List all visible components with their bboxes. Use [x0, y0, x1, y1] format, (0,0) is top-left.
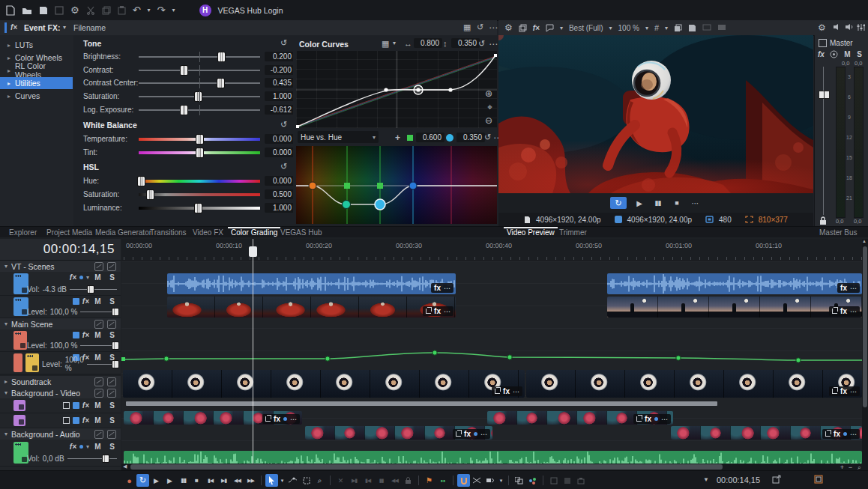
group-fx-bypass-icon[interactable]	[107, 430, 116, 439]
group-fx-bypass-icon[interactable]	[107, 320, 116, 329]
vol-slider[interactable]	[70, 285, 117, 294]
clip-crop-fx-badge[interactable]: fx⋯	[492, 386, 522, 396]
copy-icon[interactable]	[102, 6, 111, 15]
group-fx-mute-icon[interactable]	[94, 377, 103, 386]
mixer-sliders-icon[interactable]	[857, 23, 865, 31]
playhead-marker[interactable]	[249, 246, 257, 257]
open-project-icon[interactable]	[22, 6, 32, 15]
group-fx-mute-icon[interactable]	[94, 389, 103, 398]
curves-grid-dropdown-icon[interactable]: ▾	[393, 40, 396, 46]
tab-vegas-hub[interactable]: VEGAS Hub	[276, 227, 327, 238]
timeline-vscrollbar[interactable]: ▲	[862, 239, 868, 470]
curve-zoom-in-icon[interactable]: ⊕	[485, 88, 492, 99]
preview-more-button[interactable]: ⋯	[689, 197, 702, 210]
luminance-slider[interactable]	[139, 203, 260, 213]
hsl-saturation-slider[interactable]	[139, 189, 260, 200]
solo-button[interactable]: S	[106, 401, 118, 410]
compositing-icon[interactable]	[73, 402, 79, 409]
timecode-display-box[interactable]: 00:00:14,15	[0, 239, 121, 261]
contrast-center-slider[interactable]	[139, 78, 260, 88]
external-monitor-icon[interactable]	[702, 24, 711, 31]
h-range-value[interactable]: 0.800	[414, 38, 442, 48]
track-color-purple[interactable]	[13, 415, 25, 426]
clip-crop-fx-badge[interactable]: fx⋯	[822, 429, 860, 439]
level-value[interactable]: 100,0 %	[50, 341, 78, 350]
overlay-icon[interactable]	[519, 24, 527, 32]
crop-icon[interactable]	[636, 416, 642, 422]
timeline-lanes[interactable]: fx⋯ fx⋯ fx⋯ fx⋯	[121, 261, 862, 467]
track-color-green[interactable]	[13, 442, 28, 464]
sidebar-item-utilities[interactable]: ▸Utilities	[0, 77, 73, 89]
solo-button[interactable]: S	[106, 330, 118, 340]
vscroll-thumb[interactable]	[863, 246, 867, 407]
collapse-icon[interactable]: ▾	[4, 389, 7, 396]
timeline-hscrollbar[interactable]: ◀ + − ⌕	[121, 464, 862, 470]
sidebar-item-luts[interactable]: ▸LUTs	[0, 39, 73, 51]
contrast-center-value[interactable]: 0.435	[265, 78, 295, 88]
main-video-clip[interactable]: fx⋯	[123, 370, 525, 398]
track-header-main-v2[interactable]: f×MS Level:100,0 %	[0, 352, 121, 374]
lock-button[interactable]	[402, 474, 415, 487]
tab-explorer[interactable]: Explorer	[4, 227, 41, 238]
clip-fx-badge[interactable]: fx⋯	[837, 283, 860, 293]
curve-editor[interactable]: ⊕ ⌖ ⊖	[296, 51, 497, 128]
vegas-hub-icon[interactable]: H	[199, 4, 211, 16]
audio-clip[interactable]: fx⋯	[607, 273, 862, 294]
marker-flag-button[interactable]: ⚑	[423, 474, 435, 487]
mute-button[interactable]: M	[92, 401, 103, 410]
auto-crossfade-button[interactable]	[471, 474, 483, 487]
master-fader-track[interactable]	[823, 67, 824, 215]
saturation-value[interactable]: 1.000	[265, 91, 295, 101]
crop-icon[interactable]	[825, 431, 831, 437]
track-fx-icon[interactable]: f×	[82, 401, 89, 410]
curves-grid-icon[interactable]: ▦	[382, 39, 389, 49]
video-clip[interactable]: fx⋯	[167, 297, 456, 318]
track-motion-icon[interactable]	[63, 402, 70, 409]
ripple-dropdown-icon[interactable]: ▾	[498, 474, 504, 487]
bg-video-clip[interactable]: fx⋯	[305, 426, 492, 440]
compositing-icon[interactable]	[73, 298, 79, 305]
track-header-main-v1[interactable]: f×MS Level:100,0 %	[0, 329, 121, 352]
master-fx-button[interactable]: fx	[818, 50, 825, 58]
transport-timecode[interactable]: 00:00:14,15	[717, 476, 760, 485]
speaker-up-icon[interactable]	[845, 23, 853, 31]
fader-lock-icon[interactable]	[819, 216, 827, 225]
preview-quality-select[interactable]: Best (Full)	[569, 24, 603, 32]
curve-zoom-out-icon[interactable]: ⊖	[485, 115, 492, 126]
tab-color-grading[interactable]: Color Grading	[226, 227, 282, 238]
curve-mode-select[interactable]: Hue vs. Hue ▾	[298, 131, 379, 143]
log-exposure-value[interactable]: -0.612	[265, 105, 295, 115]
quality-dropdown-icon[interactable]: ▾	[609, 25, 612, 31]
track-fx-icon[interactable]: f×	[82, 297, 89, 306]
compositing-icon[interactable]	[73, 417, 79, 424]
audio-clip[interactable]: fx⋯	[167, 273, 456, 294]
group-fx-bypass-icon[interactable]	[107, 377, 116, 386]
crop-icon[interactable]	[456, 431, 461, 437]
grid-dropdown-icon[interactable]: ▾	[665, 25, 668, 31]
delete-button[interactable]: ✕	[334, 474, 347, 487]
event-tool-3-button[interactable]	[574, 474, 587, 487]
scroll-up-icon[interactable]: ▲	[862, 239, 867, 243]
group-fx-bypass-icon[interactable]	[107, 262, 116, 271]
mute-button[interactable]: M	[92, 297, 103, 306]
level-value[interactable]: 100,0 %	[65, 356, 84, 372]
undo-dropdown-icon[interactable]: ▾	[148, 7, 151, 13]
crop-icon[interactable]	[832, 309, 837, 314]
copy-snapshot-icon[interactable]	[674, 24, 682, 32]
track-header-vt-video[interactable]: f×MS Level:100,0 %	[0, 296, 121, 318]
loop-playback-button[interactable]: ↻	[610, 197, 627, 209]
level-slider[interactable]	[80, 308, 117, 316]
go-to-end-button[interactable]: ▶▮	[217, 474, 230, 487]
clip-crop-fx-badge[interactable]: fx⋯	[423, 306, 453, 316]
track-fx-icon[interactable]: f×	[82, 331, 89, 339]
event-tool-2-button[interactable]	[561, 474, 573, 487]
group-fx-bypass-icon[interactable]	[107, 389, 116, 398]
clip-crop-fx-badge[interactable]: fx⋯	[829, 306, 860, 316]
group-events-button[interactable]	[513, 474, 525, 487]
properties-gear-icon[interactable]: ⚙	[70, 4, 79, 16]
point-move-icon[interactable]: +	[395, 133, 400, 143]
hub-login-link[interactable]: VEGAS Hub Login	[218, 6, 283, 15]
track-header-bg-video-1[interactable]: f×MS	[0, 398, 121, 413]
crop-icon[interactable]	[495, 389, 500, 394]
curves-reset-icon[interactable]: ↺	[478, 39, 485, 49]
